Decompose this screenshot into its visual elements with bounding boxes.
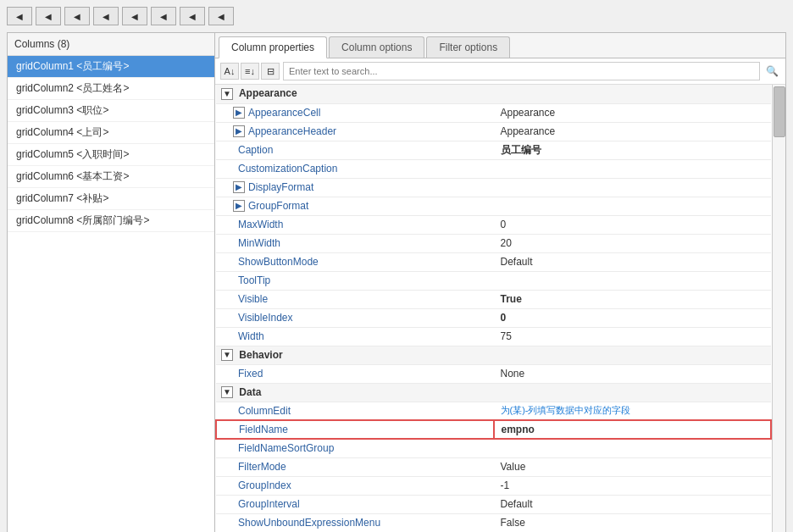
prop-value-min-width: 20 xyxy=(494,234,772,252)
prop-name-fixed: Fixed xyxy=(216,364,494,383)
column-item-8[interactable]: gridColumn8 <所属部门编号> xyxy=(8,210,214,232)
tab-column-options[interactable]: Column options xyxy=(329,36,424,58)
column-item-3[interactable]: gridColumn3 <职位> xyxy=(8,100,214,122)
prop-value-appearance-header: Appearance xyxy=(494,122,772,141)
sort-alpha-icon[interactable]: A↓ xyxy=(220,63,239,80)
prop-value-width: 75 xyxy=(494,327,772,346)
prop-name-field-name: FieldName xyxy=(216,420,494,439)
prop-name-show-button-mode: ShowButtonMode xyxy=(216,252,494,271)
prop-value-field-name: empno xyxy=(494,420,772,439)
prop-value-show-unbound: False xyxy=(494,513,772,532)
toolbar-btn-5[interactable]: ◀ xyxy=(122,7,147,25)
filter-icon[interactable]: ⊟ xyxy=(261,63,280,80)
prop-name-min-width: MinWidth xyxy=(216,234,494,252)
prop-name-group-index: GroupIndex xyxy=(216,476,494,495)
prop-row-group-index: GroupIndex -1 xyxy=(216,476,771,495)
prop-row-max-width: MaxWidth 0 xyxy=(216,215,771,234)
columns-header: Columns (8) xyxy=(8,33,214,56)
right-panel: Column properties Column options Filter … xyxy=(215,33,785,532)
prop-name-appearance-header: ▶AppearanceHeader xyxy=(216,122,494,141)
props-scroll-area: ▼ Appearance ▶AppearanceCell Appearance xyxy=(215,85,772,532)
column-item-2[interactable]: gridColumn2 <员工姓名> xyxy=(8,78,214,100)
tab-filter-options[interactable]: Filter options xyxy=(426,36,510,58)
tabs-bar: Column properties Column options Filter … xyxy=(215,33,785,58)
column-item-4[interactable]: gridColumn4 <上司> xyxy=(8,122,214,144)
prop-name-width: Width xyxy=(216,327,494,346)
toolbar-btn-1[interactable]: ◀ xyxy=(7,7,32,25)
toolbar: ◀ ◀ ◀ ◀ ◀ ◀ ◀ ◀ xyxy=(7,7,786,25)
left-panel: Columns (8) gridColumn1 <员工编号> gridColum… xyxy=(8,33,215,532)
prop-value-visible-index: 0 xyxy=(494,308,772,327)
toolbar-btn-6[interactable]: ◀ xyxy=(151,7,176,25)
prop-row-column-edit: ColumnEdit 为(某)-列填写数据中对应的字段 xyxy=(216,402,771,420)
column-item-5[interactable]: gridColumn5 <入职时间> xyxy=(8,144,214,166)
prop-name-customization-caption: CustomizationCaption xyxy=(216,159,494,178)
behavior-toggle-icon[interactable]: ▼ xyxy=(221,349,233,361)
prop-name-column-edit: ColumnEdit xyxy=(216,402,494,420)
property-area: A↓ ≡↓ ⊟ 🔍 ▼ xyxy=(215,58,785,532)
prop-value-tooltip xyxy=(494,271,772,290)
prop-name-display-format: ▶DisplayFormat xyxy=(216,178,494,197)
prop-row-customization-caption: CustomizationCaption xyxy=(216,159,771,178)
search-input[interactable] xyxy=(283,62,760,80)
column-list: gridColumn1 <员工编号> gridColumn2 <员工姓名> gr… xyxy=(8,56,214,532)
tab-column-properties[interactable]: Column properties xyxy=(219,36,327,58)
search-submit-icon[interactable]: 🔍 xyxy=(763,63,780,80)
toolbar-btn-8[interactable]: ◀ xyxy=(208,7,234,25)
expand-icon-group-format[interactable]: ▶ xyxy=(233,200,245,212)
prop-name-tooltip: ToolTip xyxy=(216,271,494,290)
search-bar-icons: A↓ ≡↓ ⊟ xyxy=(220,63,280,80)
prop-row-tooltip: ToolTip xyxy=(216,271,771,290)
properties-table: ▼ Appearance ▶AppearanceCell Appearance xyxy=(215,85,772,532)
prop-name-group-format: ▶GroupFormat xyxy=(216,197,494,215)
column-item-7[interactable]: gridColumn7 <补贴> xyxy=(8,188,214,210)
appearance-label: Appearance xyxy=(239,87,297,99)
prop-name-filter-mode: FilterMode xyxy=(216,457,494,476)
prop-value-max-width: 0 xyxy=(494,215,772,234)
prop-row-show-unbound: ShowUnboundExpressionMenu False xyxy=(216,513,771,532)
scrollbar[interactable] xyxy=(772,85,785,532)
expand-icon-appearance-cell[interactable]: ▶ xyxy=(233,107,245,119)
prop-row-group-format: ▶GroupFormat xyxy=(216,197,771,215)
appearance-toggle-icon[interactable]: ▼ xyxy=(221,88,233,100)
expand-icon-display-format[interactable]: ▶ xyxy=(233,181,245,193)
prop-name-max-width: MaxWidth xyxy=(216,215,494,234)
data-label: Data xyxy=(239,386,261,398)
prop-value-filter-mode: Value xyxy=(494,457,772,476)
scrollbar-thumb[interactable] xyxy=(774,86,785,137)
prop-row-show-button-mode: ShowButtonMode Default xyxy=(216,252,771,271)
section-appearance: ▼ Appearance xyxy=(216,85,771,103)
prop-row-appearance-cell: ▶AppearanceCell Appearance xyxy=(216,103,771,122)
search-bar: A↓ ≡↓ ⊟ 🔍 xyxy=(215,58,785,85)
prop-value-appearance-cell: Appearance xyxy=(494,103,772,122)
prop-value-group-index: -1 xyxy=(494,476,772,495)
prop-row-field-name: FieldName empno xyxy=(216,420,771,439)
sort-category-icon[interactable]: ≡↓ xyxy=(241,63,259,80)
prop-row-field-name-sort-group: FieldNameSortGroup xyxy=(216,439,771,457)
content-area: Columns (8) gridColumn1 <员工编号> gridColum… xyxy=(7,32,786,532)
toolbar-btn-4[interactable]: ◀ xyxy=(93,7,119,25)
toolbar-btn-3[interactable]: ◀ xyxy=(64,7,90,25)
prop-value-fixed: None xyxy=(494,364,772,383)
prop-value-visible: True xyxy=(494,290,772,308)
prop-name-appearance-cell: ▶AppearanceCell xyxy=(216,103,494,122)
prop-value-column-edit: 为(某)-列填写数据中对应的字段 xyxy=(494,402,772,420)
data-toggle-icon[interactable]: ▼ xyxy=(221,386,233,398)
prop-value-group-interval: Default xyxy=(494,495,772,513)
expand-icon-appearance-header[interactable]: ▶ xyxy=(233,125,245,137)
prop-name-group-interval: GroupInterval xyxy=(216,495,494,513)
column-item-6[interactable]: gridColumn6 <基本工资> xyxy=(8,166,214,188)
prop-row-caption: Caption 员工编号 xyxy=(216,141,771,159)
prop-value-group-format xyxy=(494,197,772,215)
props-and-scroll: ▼ Appearance ▶AppearanceCell Appearance xyxy=(215,85,785,532)
toolbar-btn-7[interactable]: ◀ xyxy=(180,7,205,25)
toolbar-btn-2[interactable]: ◀ xyxy=(36,7,61,25)
column-item-1[interactable]: gridColumn1 <员工编号> xyxy=(8,56,214,78)
prop-value-display-format xyxy=(494,178,772,197)
prop-row-appearance-header: ▶AppearanceHeader Appearance xyxy=(216,122,771,141)
prop-value-caption: 员工编号 xyxy=(494,141,772,159)
prop-value-customization-caption xyxy=(494,159,772,178)
prop-name-visible: Visible xyxy=(216,290,494,308)
prop-name-caption: Caption xyxy=(216,141,494,159)
section-behavior: ▼ Behavior xyxy=(216,346,771,364)
